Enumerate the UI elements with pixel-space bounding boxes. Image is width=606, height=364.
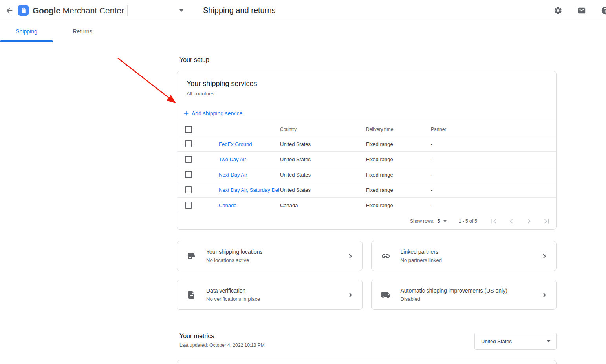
shipping-locations-card[interactable]: Your shipping locations No locations act… <box>177 241 363 271</box>
shipping-services-card: Your shipping services All countries Add… <box>177 71 557 230</box>
cell-delivery-time: Fixed range <box>366 202 431 208</box>
services-card-title: Your shipping services <box>187 80 547 88</box>
pagination-range: 1 - 5 of 5 <box>459 218 477 224</box>
cell-partner: - <box>431 157 556 162</box>
metrics-header-row: Your metrics Last updated: October 4, 20… <box>177 333 557 350</box>
shipping-service-link[interactable]: Next Day Air, Saturday Del <box>219 187 279 193</box>
shipping-service-link[interactable]: Next Day Air <box>219 172 247 178</box>
next-page-button[interactable] <box>524 216 535 227</box>
cell-country: United States <box>280 172 366 178</box>
last-page-button[interactable] <box>541 216 552 227</box>
chevron-right-icon <box>525 217 533 226</box>
prev-page-button[interactable] <box>506 216 517 227</box>
cell-delivery-time: Fixed range <box>366 172 431 178</box>
topbar-actions <box>550 3 606 18</box>
table-row: FedEx Ground United States Fixed range - <box>177 136 556 152</box>
delivery-times-card: Your delivery times <box>177 360 557 364</box>
row-checkbox[interactable] <box>185 186 192 193</box>
rows-per-page-select[interactable]: Show rows: 5 <box>410 218 447 224</box>
brand-product: Merchant Center <box>63 6 124 15</box>
card-title: Linked partners <box>401 249 442 255</box>
card-subtitle: No partners linked <box>401 257 442 263</box>
chevron-right-icon <box>346 251 355 261</box>
services-card-subtitle: All countries <box>187 91 547 96</box>
mail-icon <box>577 6 586 15</box>
first-page-button[interactable] <box>488 216 499 227</box>
column-header-delivery-time: Delivery time <box>366 127 431 132</box>
show-rows-label: Show rows: <box>410 218 434 224</box>
table-pagination: Show rows: 5 1 - 5 of 5 <box>177 213 556 229</box>
row-checkbox[interactable] <box>185 140 192 147</box>
document-icon <box>187 290 196 300</box>
account-switcher[interactable] <box>128 3 187 18</box>
services-table-header: Country Delivery time Partner <box>177 122 556 136</box>
column-header-partner: Partner <box>431 127 556 132</box>
cell-country: United States <box>280 187 366 193</box>
shipping-service-link[interactable]: FedEx Ground <box>219 141 252 147</box>
chevron-right-icon <box>540 290 549 300</box>
chevron-down-icon <box>443 220 447 222</box>
cell-country: United States <box>280 141 366 147</box>
card-title: Your shipping locations <box>206 249 262 255</box>
plus-icon <box>183 110 190 117</box>
metrics-country-select[interactable]: United States <box>474 333 557 350</box>
card-subtitle: No locations active <box>206 257 262 263</box>
brand-google: Google <box>33 6 60 15</box>
cell-partner: - <box>431 141 556 147</box>
cell-delivery-time: Fixed range <box>366 187 431 193</box>
automatic-shipping-improvements-card[interactable]: Automatic shipping improvements (US only… <box>371 280 557 310</box>
metrics-heading: Your metrics <box>179 333 265 340</box>
setup-cards-grid: Your shipping locations No locations act… <box>177 241 557 310</box>
main-content: Your setup Your shipping services All co… <box>0 42 606 364</box>
card-subtitle: Disabled <box>401 296 507 302</box>
chevron-down-icon <box>179 9 183 12</box>
merchant-center-logo-icon <box>18 5 29 16</box>
tab-bar: Shipping Returns <box>0 21 606 42</box>
messages-button[interactable] <box>574 3 590 18</box>
tab-returns-label: Returns <box>73 28 92 35</box>
shipping-service-link[interactable]: Two Day Air <box>219 157 246 162</box>
cell-country: United States <box>280 157 366 162</box>
data-verification-card[interactable]: Data verification No verifications in pl… <box>177 280 363 310</box>
cell-country: Canada <box>280 202 366 208</box>
country-select-value: United States <box>481 339 512 344</box>
merchant-center-page: Google Merchant Center Shipping and retu… <box>0 0 606 364</box>
services-card-header: Your shipping services All countries <box>177 71 556 104</box>
truck-icon <box>381 290 390 300</box>
back-arrow-icon <box>5 6 14 15</box>
tab-shipping-label: Shipping <box>16 28 37 35</box>
tab-shipping[interactable]: Shipping <box>0 21 53 42</box>
cell-partner: - <box>431 172 556 178</box>
row-checkbox[interactable] <box>185 202 192 209</box>
tab-returns[interactable]: Returns <box>53 21 112 42</box>
page-title: Shipping and returns <box>203 6 276 15</box>
shipping-service-link[interactable]: Canada <box>219 202 237 208</box>
card-title: Automatic shipping improvements (US only… <box>401 288 507 294</box>
last-page-icon <box>542 217 551 226</box>
linked-partners-card[interactable]: Linked partners No partners linked <box>371 241 557 271</box>
chevron-down-icon <box>547 340 551 342</box>
column-header-country: Country <box>280 127 366 132</box>
first-page-icon <box>489 217 498 226</box>
select-all-checkbox[interactable] <box>185 126 192 133</box>
cell-delivery-time: Fixed range <box>366 141 431 147</box>
row-checkbox[interactable] <box>185 156 192 163</box>
merchant-center-logo[interactable]: Google Merchant Center <box>18 5 124 16</box>
add-shipping-service-button[interactable]: Add shipping service <box>177 104 556 122</box>
card-title: Data verification <box>206 288 260 294</box>
gear-icon <box>554 6 562 15</box>
chevron-right-icon <box>540 251 549 261</box>
table-row: Canada Canada Fixed range - <box>177 198 556 213</box>
setup-heading: Your setup <box>179 56 557 64</box>
row-checkbox[interactable] <box>185 171 192 178</box>
link-icon <box>381 251 390 261</box>
table-row: Next Day Air United States Fixed range - <box>177 167 556 182</box>
metrics-last-updated: Last updated: October 4, 2022 10:18 PM <box>179 342 265 348</box>
back-button[interactable] <box>2 3 17 18</box>
table-row: Next Day Air, Saturday Del United States… <box>177 182 556 198</box>
settings-button[interactable] <box>550 3 566 18</box>
chevron-right-icon <box>346 290 355 300</box>
help-button[interactable] <box>597 3 606 18</box>
top-bar: Google Merchant Center Shipping and retu… <box>0 0 606 21</box>
table-row: Two Day Air United States Fixed range - <box>177 152 556 167</box>
